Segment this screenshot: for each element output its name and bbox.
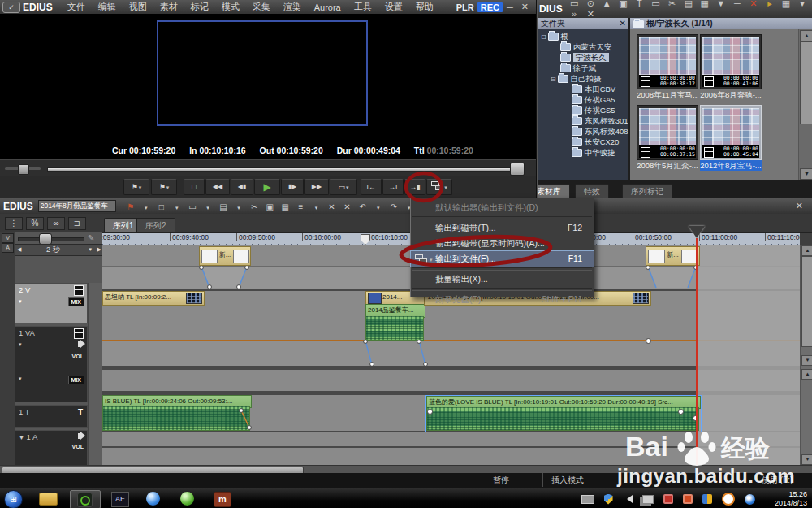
taskbar-360-button[interactable]: [177, 490, 201, 507]
menu-capture[interactable]: 采集: [246, 0, 277, 15]
menu-help[interactable]: 帮助: [409, 0, 440, 15]
timeline-close-button[interactable]: ✕: [792, 201, 807, 211]
collapse-icon[interactable]: ⊟: [551, 76, 556, 83]
bin-scrollbar[interactable]: ▲ ▼: [798, 29, 812, 180]
cut-icon[interactable]: ✂: [248, 202, 261, 211]
timeline-vscrollbar[interactable]: ▲ ▼ ▲ ▼: [800, 245, 812, 465]
tree-item[interactable]: 长安CX20: [572, 137, 619, 147]
tab-effects[interactable]: 特效: [575, 184, 609, 198]
audio-waveform[interactable]: [102, 406, 250, 431]
new-sequence-icon[interactable]: □: [155, 202, 168, 211]
chevron-down-icon[interactable]: ▾: [796, 0, 810, 9]
track-header-1t[interactable]: 1 T T: [15, 405, 88, 428]
timeline-clip-1a-right[interactable]: 蓝色的爱(LOVE IS BLUE) TL [In:00:10:19:01 Ou…: [425, 395, 702, 432]
prev-frame-button[interactable]: ◀▮: [231, 179, 253, 195]
tree-item[interactable]: 东风标致301: [572, 115, 628, 126]
chevron-down-icon[interactable]: ▾: [171, 205, 184, 211]
pen-tool-icon[interactable]: ✎: [88, 233, 94, 242]
menu-marker[interactable]: 标记: [184, 0, 215, 15]
tree-item[interactable]: 内蒙古天安: [560, 41, 611, 52]
chevron-down-icon[interactable]: ▾: [89, 245, 92, 254]
delete-icon[interactable]: ✕: [746, 0, 760, 9]
scroll-up-icon[interactable]: ▲: [801, 245, 812, 256]
speaker-icon[interactable]: [78, 433, 80, 439]
loop-mode-icon[interactable]: ∞: [47, 217, 65, 230]
rec-button[interactable]: REC: [477, 2, 503, 12]
export-button[interactable]: ▾: [426, 179, 452, 195]
marker-flag-icon[interactable]: ⚑: [124, 202, 137, 211]
tree-item[interactable]: ⊟ 自己拍摄: [551, 73, 601, 84]
delete-icon[interactable]: ✕: [326, 202, 339, 211]
track-header-2v[interactable]: 2 V ▾ MIX: [15, 283, 88, 323]
scroll-down-icon[interactable]: ▼: [801, 454, 812, 465]
title-tool-icon[interactable]: T: [633, 0, 646, 8]
tab-sequence-2[interactable]: 序列2: [136, 218, 175, 232]
video-gutter-button[interactable]: V: [2, 233, 14, 243]
chevron-down-icon[interactable]: ▾: [444, 185, 447, 190]
chevron-down-icon[interactable]: ▾: [232, 205, 245, 211]
expand-icon[interactable]: ▾: [19, 341, 22, 348]
menu-edit[interactable]: 编辑: [92, 0, 123, 15]
grid-view-icon[interactable]: ▦: [779, 0, 793, 9]
cut-icon[interactable]: ✂: [665, 0, 679, 9]
chevron-down-icon[interactable]: ▾: [372, 205, 385, 211]
tree-item[interactable]: 本田CBV: [572, 84, 615, 94]
scroll-thumb[interactable]: [800, 41, 812, 124]
monitor-icon[interactable]: ▭: [649, 0, 663, 9]
tree-item[interactable]: 中华骏捷: [572, 147, 615, 158]
mix-badge[interactable]: MIX: [68, 297, 84, 306]
volume-tray-icon[interactable]: [623, 495, 633, 503]
goto-edit-button[interactable]: →▮: [404, 179, 425, 195]
collapse-arrow-icon[interactable]: ▼: [19, 435, 24, 441]
audio-waveform[interactable]: [365, 328, 424, 341]
tree-item-root[interactable]: ⊟ 根: [541, 31, 568, 41]
menu-file[interactable]: 文件: [61, 0, 92, 15]
menu-render[interactable]: 渲染: [277, 0, 308, 15]
film-icon[interactable]: [74, 328, 84, 339]
menu-item-export-to-tape[interactable]: 输出到磁带(T)...F12: [411, 220, 594, 236]
tree-item[interactable]: 徐子斌: [560, 63, 596, 73]
ripple-delete-icon[interactable]: ✕: [341, 202, 354, 211]
timeline-clip-v2-a[interactable]: 新...: [199, 246, 251, 266]
expand-icon[interactable]: ▾: [19, 298, 22, 305]
sync-mode-icon[interactable]: %: [26, 217, 44, 230]
menu-view[interactable]: 视图: [123, 0, 153, 15]
shield-tray-icon[interactable]: [604, 494, 613, 505]
track-header-1va[interactable]: 1 VA ▾ VOL ▾ MIX: [15, 326, 88, 402]
shuttle-thumb[interactable]: [18, 164, 29, 175]
timeline-clip-v2-b[interactable]: 新...: [646, 246, 700, 266]
chevron-down-icon[interactable]: ▾: [309, 205, 322, 211]
paste-icon[interactable]: ▦: [279, 202, 292, 211]
im-tray-icon[interactable]: [702, 494, 712, 504]
taskbar-ae-button[interactable]: AE: [109, 490, 133, 507]
security-tray-icon[interactable]: [663, 494, 673, 504]
clip-tile-selected[interactable]: 00:00:00:0000:00:45:04 2012年8月宝马-...: [700, 105, 762, 173]
chevron-down-icon[interactable]: ▾: [140, 205, 153, 211]
undo-icon[interactable]: ↶: [356, 202, 369, 211]
replace-icon[interactable]: ≡: [294, 202, 307, 211]
add-clip-icon[interactable]: ▼: [714, 0, 728, 8]
chevron-down-icon[interactable]: ▾: [201, 205, 214, 211]
audio-gutter-button[interactable]: A: [2, 243, 14, 253]
timescale-left-icon[interactable]: ◀: [17, 245, 21, 254]
track-size-thumb[interactable]: [39, 233, 52, 245]
folder-icon[interactable]: ▭: [568, 0, 581, 9]
clock-app-tray-icon[interactable]: [722, 493, 735, 506]
display-mode-button[interactable]: ▭▾: [330, 179, 357, 195]
timeline-clip-1va-left[interactable]: 思坦纳 TL [In:00:09:2...: [102, 291, 205, 306]
tree-item[interactable]: 传祺GA5: [572, 94, 615, 105]
position-handle[interactable]: [510, 163, 525, 176]
redo-icon[interactable]: ↷: [387, 202, 400, 211]
network-tray-icon[interactable]: [642, 495, 654, 504]
save-project-icon[interactable]: ▤: [217, 202, 230, 211]
menu-item-export-to-tape-tc[interactable]: 输出到磁带(显示时间码)(A)...: [411, 236, 594, 251]
sequence-title-field[interactable]: 2014年8月份品鉴餐车: [38, 200, 116, 212]
menu-tools[interactable]: 工具: [348, 0, 378, 15]
title-track-icon[interactable]: T: [78, 408, 83, 417]
start-button[interactable]: ⊞: [4, 490, 23, 508]
menu-clip[interactable]: 素材: [153, 0, 184, 15]
mix-badge[interactable]: MIX: [68, 376, 84, 384]
keyboard-tray-icon[interactable]: [581, 495, 594, 504]
set-out-flag-button[interactable]: ⚑▾: [151, 179, 177, 195]
collapse-icon[interactable]: ⊟: [541, 33, 546, 41]
